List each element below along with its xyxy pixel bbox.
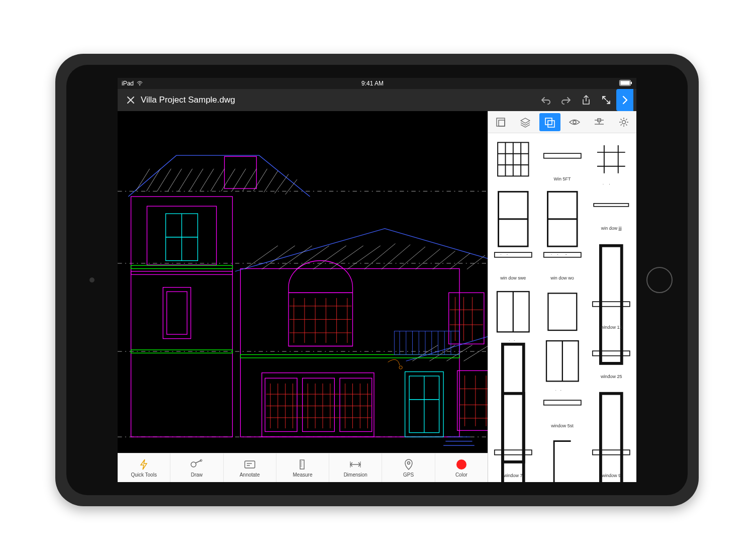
measure-button[interactable]: Measure bbox=[276, 453, 329, 482]
block-item[interactable]: win dow wo bbox=[539, 235, 586, 282]
ipad-frame: iPad 9:41 AM Villa Project Sample.dwg bbox=[55, 54, 699, 506]
color-label: Color bbox=[455, 472, 467, 478]
close-icon[interactable] bbox=[121, 89, 141, 111]
block-item[interactable]: win dow jjj bbox=[588, 185, 634, 232]
block-thumb bbox=[490, 285, 536, 339]
undo-icon[interactable] bbox=[536, 89, 556, 111]
svg-rect-119 bbox=[300, 460, 304, 469]
svg-rect-20 bbox=[449, 293, 484, 344]
svg-rect-2 bbox=[620, 81, 630, 85]
block-item[interactable]: window 12 bbox=[490, 334, 536, 380]
block-item[interactable]: WIN 22 bbox=[490, 136, 536, 182]
svg-line-23 bbox=[157, 169, 171, 192]
block-thumb bbox=[539, 235, 586, 274]
block-item[interactable]: window 6stst bbox=[588, 383, 634, 429]
quick-tools-button[interactable]: Quick Tools bbox=[118, 453, 170, 482]
color-button[interactable]: Color bbox=[435, 453, 488, 482]
svg-line-44 bbox=[382, 245, 410, 269]
block-thumb bbox=[539, 136, 586, 175]
dimension-button[interactable]: Dimension bbox=[329, 453, 382, 482]
block-thumb bbox=[490, 433, 536, 472]
svg-rect-11 bbox=[225, 156, 257, 189]
svg-line-40 bbox=[313, 246, 346, 269]
fullscreen-icon[interactable] bbox=[596, 89, 616, 111]
block-item[interactable]: window 9 bbox=[588, 433, 634, 479]
svg-rect-15 bbox=[167, 292, 187, 334]
side-panel: WIN 22Win 5FTwin do yuyuwin dow e re r e… bbox=[488, 111, 636, 482]
svg-rect-163 bbox=[593, 351, 630, 356]
block-thumb bbox=[539, 433, 586, 482]
block-item[interactable]: window 7 bbox=[490, 433, 536, 479]
svg-point-113 bbox=[399, 366, 402, 369]
block-thumb bbox=[588, 136, 634, 182]
block-item[interactable]: window 5st bbox=[539, 383, 586, 429]
visibility-tab[interactable] bbox=[564, 113, 585, 131]
block-item[interactable]: win dow e re r e bbox=[490, 185, 536, 232]
svg-rect-167 bbox=[495, 450, 532, 455]
svg-rect-158 bbox=[548, 293, 577, 330]
gps-button[interactable]: GPS bbox=[382, 453, 435, 482]
annotate-icon bbox=[244, 458, 256, 471]
block-library-grid[interactable]: WIN 22Win 5FTwin do yuyuwin dow e re r e… bbox=[488, 133, 636, 482]
block-label: win do yuyu bbox=[588, 182, 634, 184]
status-device: iPad bbox=[122, 80, 134, 87]
svg-line-48 bbox=[450, 253, 470, 269]
block-item[interactable]: window 5ft bbox=[490, 383, 536, 429]
svg-line-42 bbox=[347, 246, 381, 269]
annotate-button[interactable]: Annotate bbox=[224, 453, 276, 482]
block-item[interactable]: window bbox=[490, 285, 536, 331]
block-item[interactable]: window 11 bbox=[588, 285, 634, 331]
svg-rect-152 bbox=[594, 204, 629, 207]
svg-point-136 bbox=[622, 120, 626, 124]
svg-rect-17 bbox=[265, 378, 297, 431]
snap-tab[interactable] bbox=[589, 113, 610, 131]
svg-rect-127 bbox=[497, 118, 505, 126]
drawing-canvas[interactable] bbox=[118, 111, 488, 453]
layers-tab[interactable] bbox=[515, 113, 536, 131]
block-label: window 11 bbox=[588, 324, 634, 331]
collapse-panel-button[interactable] bbox=[616, 89, 633, 111]
block-item[interactable]: win dow frame bbox=[539, 185, 586, 232]
svg-rect-165 bbox=[543, 401, 581, 406]
layouts-tab[interactable] bbox=[490, 113, 511, 131]
draw-icon bbox=[190, 458, 203, 471]
svg-rect-19 bbox=[340, 378, 372, 431]
measure-icon bbox=[297, 458, 308, 471]
svg-line-25 bbox=[178, 169, 193, 192]
svg-point-131 bbox=[573, 121, 576, 124]
svg-point-114 bbox=[191, 462, 196, 467]
svg-line-27 bbox=[200, 169, 214, 192]
svg-line-32 bbox=[253, 169, 267, 192]
block-label: window 25 bbox=[588, 373, 634, 380]
share-icon[interactable] bbox=[576, 89, 596, 111]
block-item[interactable]: window 25 bbox=[588, 334, 634, 380]
document-title: Villa Project Sample.dwg bbox=[141, 95, 235, 105]
blocks-tab[interactable] bbox=[539, 113, 560, 131]
svg-line-26 bbox=[189, 169, 203, 192]
settings-tab[interactable] bbox=[613, 113, 634, 131]
svg-rect-3 bbox=[631, 81, 632, 84]
redo-icon[interactable] bbox=[556, 89, 576, 111]
svg-line-30 bbox=[232, 169, 246, 192]
screen: iPad 9:41 AM Villa Project Sample.dwg bbox=[118, 78, 636, 482]
annotate-label: Annotate bbox=[240, 472, 260, 478]
svg-line-33 bbox=[264, 171, 278, 193]
lightning-icon bbox=[139, 458, 149, 471]
block-item[interactable]: window 8 bbox=[539, 433, 586, 479]
block-item[interactable]: windoerere bbox=[588, 235, 634, 282]
svg-line-53 bbox=[464, 345, 488, 361]
svg-rect-154 bbox=[543, 252, 581, 257]
block-item[interactable]: Win 5FT bbox=[539, 136, 586, 182]
draw-button[interactable]: Draw bbox=[170, 453, 223, 482]
block-item[interactable]: window 1 bbox=[539, 285, 586, 331]
svg-line-45 bbox=[399, 247, 425, 269]
svg-line-36 bbox=[245, 246, 278, 269]
block-item[interactable]: win dow swe bbox=[490, 235, 536, 282]
block-item[interactable]: Window 17 bbox=[539, 334, 586, 380]
home-button[interactable] bbox=[646, 267, 673, 293]
svg-rect-130 bbox=[548, 121, 554, 127]
block-item[interactable]: win do yuyu bbox=[588, 136, 634, 182]
svg-rect-129 bbox=[545, 118, 552, 125]
status-time: 9:41 AM bbox=[143, 80, 602, 87]
block-label: Win 5FT bbox=[539, 175, 586, 182]
